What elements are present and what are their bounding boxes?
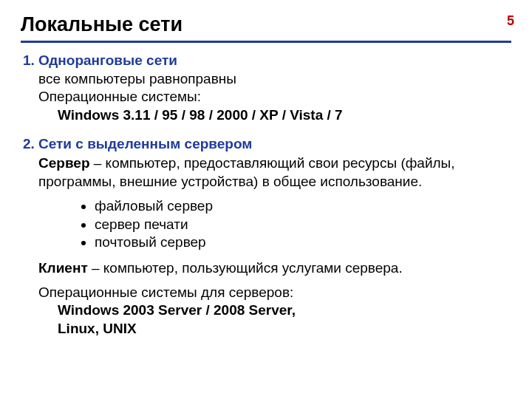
section-1-line1: все компьютеры равноправны <box>38 71 236 86</box>
server-def-text: – компьютер, предоставляющий свои ресурс… <box>38 155 455 189</box>
server-os-label: Операционные системы для серверов: <box>38 284 511 302</box>
section-1-line2: Операционные системы: <box>38 89 201 104</box>
section-1: Одноранговые сети все компьютеры равнопр… <box>38 52 511 125</box>
client-def-text: – компьютер, пользующийся услугами серве… <box>88 260 403 276</box>
server-types-list: файловый сервер сервер печати почтовый с… <box>95 197 511 252</box>
slide: 5 Локальные сети Одноранговые сети все к… <box>0 0 532 399</box>
client-definition: Клиент – компьютер, пользующийся услугам… <box>38 259 511 278</box>
slide-title: Локальные сети <box>21 13 511 43</box>
page-number: 5 <box>507 13 514 29</box>
server-type-item: сервер печати <box>95 216 511 234</box>
client-term: Клиент <box>38 260 88 276</box>
server-os-line1: Windows 2003 Server / 2008 Server, <box>58 301 511 320</box>
section-1-heading: Одноранговые сети <box>38 52 177 68</box>
section-2-heading: Сети с выделенным сервером <box>38 136 252 151</box>
server-type-item: почтовый сервер <box>95 233 511 252</box>
server-type-item: файловый сервер <box>95 197 511 216</box>
server-term: Сервер <box>38 155 90 171</box>
section-2: Сети с выделенным сервером Сервер – комп… <box>38 135 511 338</box>
server-definition: Сервер – компьютер, предоставляющий свои… <box>38 154 511 191</box>
section-1-os: Windows 3.11 / 95 / 98 / 2000 / XP / Vis… <box>58 106 511 125</box>
main-list: Одноранговые сети все компьютеры равнопр… <box>21 52 511 338</box>
server-os-line2: Linux, UNIX <box>58 320 511 338</box>
